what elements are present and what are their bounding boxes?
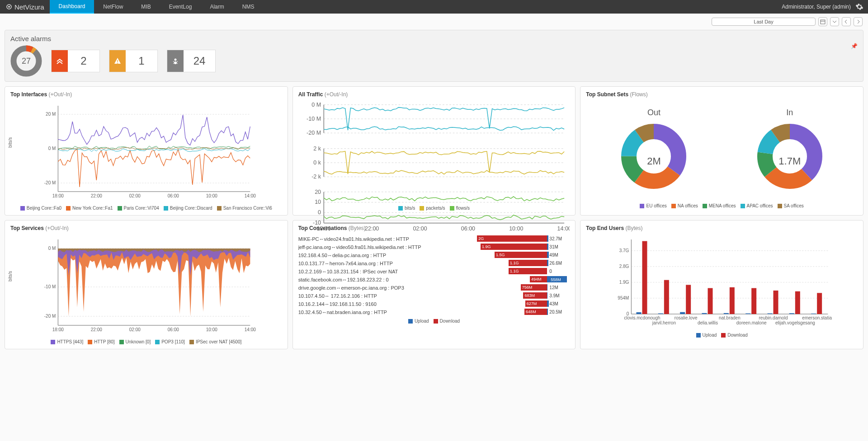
svg-text:18:00: 18:00 [52,327,64,332]
card-sub: (Bytes) [625,225,642,231]
svg-text:-10 M: -10 M [307,116,321,122]
chart-top-conversations[interactable]: MIKE-PC↔video24.fra01.hls.wikipedia.net … [298,235,570,316]
alarms-donut[interactable]: 27 [10,45,42,77]
nav-eventlog[interactable]: EventLog [160,0,201,14]
critical-icon [52,50,68,72]
legend-item[interactable]: New York Core::Fa1 [66,206,113,211]
svg-rect-108 [724,313,729,314]
chart-top-end-users[interactable]: 0954M1.9G2.8G3.7Gclovis.mcdonoughjarvil.… [586,235,858,330]
critical-count: 2 [68,55,99,67]
svg-rect-105 [702,313,707,314]
legend-item[interactable]: Unknown [0] [119,339,151,344]
chevron-right-icon [856,19,860,24]
alarm-minor[interactable]: 24 [167,50,216,72]
svg-text:-2 k: -2 k [311,174,321,180]
conversation-row[interactable]: 10.2.2.169↔10.18.231.154 : IPSec over NA… [298,267,570,275]
legend-item[interactable]: POP3 [110] [155,339,185,344]
conversation-row[interactable]: drive.google.com↔emerson-pc.iana.org : P… [298,284,570,291]
card-all-traffic: All Traffic (+Out/-In) -20 M-10 M0 M -2 … [292,86,576,216]
legend-item[interactable]: San Francisco Core::Vi6 [217,206,272,211]
svg-rect-106 [708,288,713,314]
svg-text:0 M: 0 M [311,102,321,108]
chart-top-subnet[interactable]: Out2M In1.7M [586,101,858,201]
nav-alarm[interactable]: Alarm [201,0,233,14]
chart-top-interfaces[interactable]: bits/s -20 M0 M20 M18:0022:0002:0006:001… [10,101,282,203]
chart-all-traffic[interactable]: -20 M-10 M0 M -2 k0 k2 k -100102018:0022… [298,101,570,203]
svg-text:-20 M: -20 M [307,130,321,136]
chevron-left-icon [844,19,849,24]
svg-rect-102 [680,312,685,314]
nav-mib[interactable]: MIB [132,0,160,14]
legend-item[interactable]: NA offices [671,203,698,208]
svg-rect-117 [789,313,794,314]
nav-netflow[interactable]: NetFlow [94,0,132,14]
legend-item[interactable]: Download [721,333,747,338]
dropdown-button[interactable] [830,17,839,26]
legend-item[interactable]: APAC offices [741,203,773,208]
legend-item[interactable]: Download [434,319,460,324]
svg-rect-103 [686,285,691,314]
legend-item[interactable]: EU offices [640,203,666,208]
svg-rect-115 [774,291,778,314]
svg-rect-97 [642,241,647,314]
conversation-row[interactable]: 10.0.131.77↔herron-7x64.iana.org : HTTP … [298,259,570,267]
legend-item[interactable]: IPSec over NAT [4500] [189,339,241,344]
svg-text:clovis.mcdonough: clovis.mcdonough [624,315,660,320]
warning-icon [109,50,126,72]
legend-item[interactable]: MENA offices [703,203,736,208]
calendar-button[interactable] [818,17,827,26]
nav-dashboard[interactable]: Dashboard [50,0,94,14]
conversation-row[interactable]: 192.168.4.50↔delia-pc.iana.org : HTTP 1.… [298,251,570,259]
legend-item[interactable]: Beijing Core::Fa0 [20,206,61,211]
conversation-row[interactable]: jeff-pc.iana.org↔video50.fra01.hls.wikip… [298,243,570,251]
svg-rect-121 [817,293,822,314]
conversation-row[interactable]: 10.16.2.144↔192.168.11.50 : 9160 627M 43… [298,300,570,308]
conversation-row[interactable]: static.facebook.com↔192.168.223.22 : 0 4… [298,276,570,283]
svg-rect-111 [745,314,750,314]
conversation-row[interactable]: 10.107.4.50↔ 172.16.2.106 : HTTP 683M 3.… [298,292,570,300]
next-button[interactable] [854,17,863,26]
user-area: Administrator, Super (admin) [777,3,868,11]
card-sub: (+Out/-In) [325,91,348,98]
svg-text:rosalie.love: rosalie.love [675,315,698,320]
nav-nms[interactable]: NMS [233,0,264,14]
svg-text:-10 M: -10 M [44,284,56,289]
calendar-icon [820,19,826,24]
svg-point-1 [8,6,10,8]
chart-top-services[interactable]: bits/s -20 M-10 M0 M18:0022:0002:0006:00… [10,235,282,337]
prev-button[interactable] [842,17,851,26]
legend-item[interactable]: Beijing Core::Discard [164,206,212,211]
svg-text:02:00: 02:00 [129,193,141,198]
card-sub: (Flows) [630,91,647,98]
minor-icon [167,50,184,72]
timerange-select[interactable]: Last Day [712,18,816,26]
legend-item[interactable]: HTTPS [443] [51,339,83,344]
alarm-critical[interactable]: 2 [51,50,100,72]
svg-line-14 [177,63,178,64]
gear-icon[interactable] [855,3,863,11]
username[interactable]: Administrator, Super (admin) [782,4,851,10]
svg-line-11 [173,61,174,62]
svg-point-8 [117,63,118,64]
svg-text:emerson.statia: emerson.statia [802,315,832,320]
svg-rect-109 [730,287,735,314]
pin-icon[interactable]: 📌 [851,43,858,49]
svg-text:14:00: 14:00 [557,225,570,232]
alarm-warning[interactable]: 1 [109,50,158,72]
svg-text:20: 20 [315,189,321,195]
svg-text:06:00: 06:00 [461,225,475,232]
svg-text:10: 10 [315,199,321,206]
card-top-end-users: Top End Users (Bytes) 0954M1.9G2.8G3.7Gc… [580,220,863,349]
legend-item[interactable]: SA offices [778,203,804,208]
time-controls: Last Day [0,14,868,30]
legend-item[interactable]: Paris Core::Vi704 [118,206,159,211]
legend-item[interactable]: Upload [696,333,717,338]
svg-text:22:00: 22:00 [365,225,379,232]
svg-text:3.7G: 3.7G [619,248,629,253]
conversation-row[interactable]: 10.32.4.50↔nat.braden.iana.org : HTTP 64… [298,308,570,316]
svg-text:-20 M: -20 M [44,314,56,319]
legend-item[interactable]: Upload [408,319,429,324]
svg-text:02:00: 02:00 [129,327,141,332]
legend-item[interactable]: HTTP [80] [88,339,114,344]
legend: UploadDownload [298,319,570,324]
